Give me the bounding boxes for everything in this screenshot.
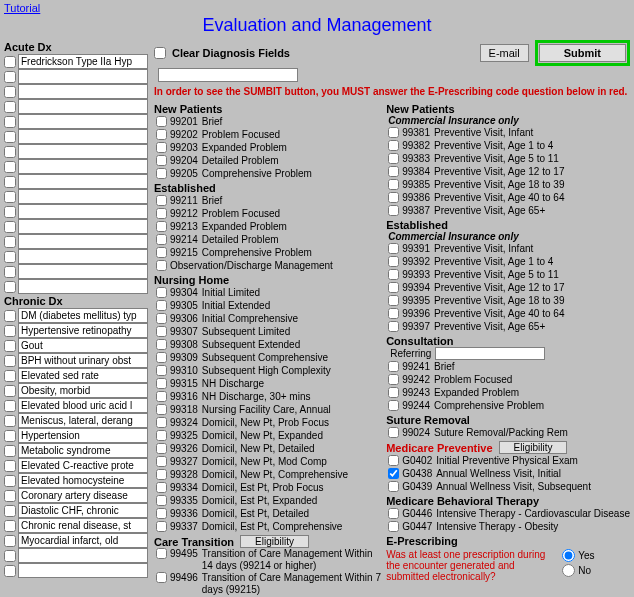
chronic-dx-input[interactable]: [18, 383, 148, 398]
acute-dx-input[interactable]: [18, 114, 148, 129]
chronic-dx-input[interactable]: [18, 563, 148, 578]
chronic-dx-input[interactable]: [18, 368, 148, 383]
referring-input[interactable]: [435, 347, 545, 360]
acute-dx-input[interactable]: [18, 249, 148, 264]
code-checkbox[interactable]: [156, 155, 167, 166]
code-checkbox[interactable]: [156, 326, 167, 337]
code-checkbox[interactable]: [388, 243, 399, 254]
acute-dx-input[interactable]: [18, 174, 148, 189]
code-checkbox[interactable]: [156, 313, 167, 324]
code-checkbox[interactable]: [156, 365, 167, 376]
code-checkbox[interactable]: [388, 127, 399, 138]
submit-button[interactable]: Submit: [539, 44, 626, 62]
chronic-dx-input[interactable]: [18, 473, 148, 488]
code-checkbox[interactable]: [156, 247, 167, 258]
code-checkbox[interactable]: [388, 269, 399, 280]
code-checkbox[interactable]: [156, 521, 167, 532]
acute-dx-checkbox[interactable]: [4, 251, 16, 263]
chronic-dx-input[interactable]: [18, 503, 148, 518]
code-checkbox[interactable]: [156, 221, 167, 232]
eprescribe-no-radio[interactable]: [562, 564, 575, 577]
chronic-dx-checkbox[interactable]: [4, 535, 16, 547]
chronic-dx-input[interactable]: [18, 308, 148, 323]
chronic-dx-checkbox[interactable]: [4, 415, 16, 427]
code-checkbox[interactable]: [388, 374, 399, 385]
chronic-dx-checkbox[interactable]: [4, 385, 16, 397]
chronic-dx-input[interactable]: [18, 533, 148, 548]
chronic-dx-checkbox[interactable]: [4, 565, 16, 577]
code-checkbox[interactable]: [388, 166, 399, 177]
acute-dx-checkbox[interactable]: [4, 56, 16, 68]
chronic-dx-checkbox[interactable]: [4, 505, 16, 517]
medicare-eligibility-button[interactable]: Eligibility: [499, 441, 568, 454]
code-checkbox[interactable]: [388, 282, 399, 293]
code-checkbox[interactable]: [388, 427, 399, 438]
chronic-dx-checkbox[interactable]: [4, 475, 16, 487]
acute-dx-input[interactable]: [18, 264, 148, 279]
acute-dx-checkbox[interactable]: [4, 131, 16, 143]
chronic-dx-checkbox[interactable]: [4, 370, 16, 382]
acute-dx-input[interactable]: [18, 219, 148, 234]
acute-dx-checkbox[interactable]: [4, 116, 16, 128]
acute-dx-checkbox[interactable]: [4, 221, 16, 233]
code-checkbox[interactable]: [156, 129, 167, 140]
acute-dx-input[interactable]: [18, 69, 148, 84]
chronic-dx-input[interactable]: [18, 518, 148, 533]
code-checkbox[interactable]: [156, 260, 167, 271]
code-checkbox[interactable]: [388, 308, 399, 319]
acute-dx-checkbox[interactable]: [4, 266, 16, 278]
acute-dx-input[interactable]: [18, 204, 148, 219]
code-checkbox[interactable]: [156, 339, 167, 350]
acute-dx-checkbox[interactable]: [4, 281, 16, 293]
acute-dx-input[interactable]: [18, 234, 148, 249]
tutorial-link[interactable]: Tutorial: [4, 2, 40, 14]
chronic-dx-checkbox[interactable]: [4, 355, 16, 367]
chronic-dx-checkbox[interactable]: [4, 490, 16, 502]
code-checkbox[interactable]: [156, 548, 167, 559]
chronic-dx-input[interactable]: [18, 488, 148, 503]
code-checkbox[interactable]: [388, 468, 399, 479]
chronic-dx-input[interactable]: [18, 413, 148, 428]
acute-dx-input[interactable]: [18, 54, 148, 69]
acute-dx-input[interactable]: [18, 159, 148, 174]
code-checkbox[interactable]: [156, 142, 167, 153]
code-checkbox[interactable]: [156, 430, 167, 441]
code-checkbox[interactable]: [156, 417, 167, 428]
code-checkbox[interactable]: [156, 234, 167, 245]
chronic-dx-checkbox[interactable]: [4, 460, 16, 472]
code-checkbox[interactable]: [156, 287, 167, 298]
acute-dx-input[interactable]: [18, 144, 148, 159]
eprescribe-yes-radio[interactable]: [562, 549, 575, 562]
code-checkbox[interactable]: [156, 352, 167, 363]
chronic-dx-input[interactable]: [18, 353, 148, 368]
code-checkbox[interactable]: [388, 400, 399, 411]
chronic-dx-checkbox[interactable]: [4, 550, 16, 562]
chronic-dx-input[interactable]: [18, 323, 148, 338]
chronic-dx-input[interactable]: [18, 443, 148, 458]
code-checkbox[interactable]: [388, 387, 399, 398]
acute-dx-input[interactable]: [18, 189, 148, 204]
clear-diagnosis-checkbox[interactable]: [154, 47, 166, 59]
code-checkbox[interactable]: [388, 455, 399, 466]
email-button[interactable]: E-mail: [480, 44, 529, 62]
code-checkbox[interactable]: [388, 521, 399, 532]
acute-dx-input[interactable]: [18, 99, 148, 114]
code-checkbox[interactable]: [388, 508, 399, 519]
chronic-dx-checkbox[interactable]: [4, 445, 16, 457]
code-checkbox[interactable]: [156, 572, 167, 583]
acute-dx-checkbox[interactable]: [4, 236, 16, 248]
care-eligibility-button[interactable]: Eligibility: [240, 535, 309, 548]
acute-dx-input[interactable]: [18, 279, 148, 294]
code-checkbox[interactable]: [388, 321, 399, 332]
code-checkbox[interactable]: [388, 256, 399, 267]
code-checkbox[interactable]: [156, 443, 167, 454]
code-checkbox[interactable]: [388, 481, 399, 492]
acute-dx-checkbox[interactable]: [4, 191, 16, 203]
code-checkbox[interactable]: [156, 495, 167, 506]
code-checkbox[interactable]: [156, 378, 167, 389]
acute-dx-input[interactable]: [18, 84, 148, 99]
code-checkbox[interactable]: [156, 195, 167, 206]
chronic-dx-input[interactable]: [18, 398, 148, 413]
code-checkbox[interactable]: [388, 295, 399, 306]
acute-dx-checkbox[interactable]: [4, 206, 16, 218]
